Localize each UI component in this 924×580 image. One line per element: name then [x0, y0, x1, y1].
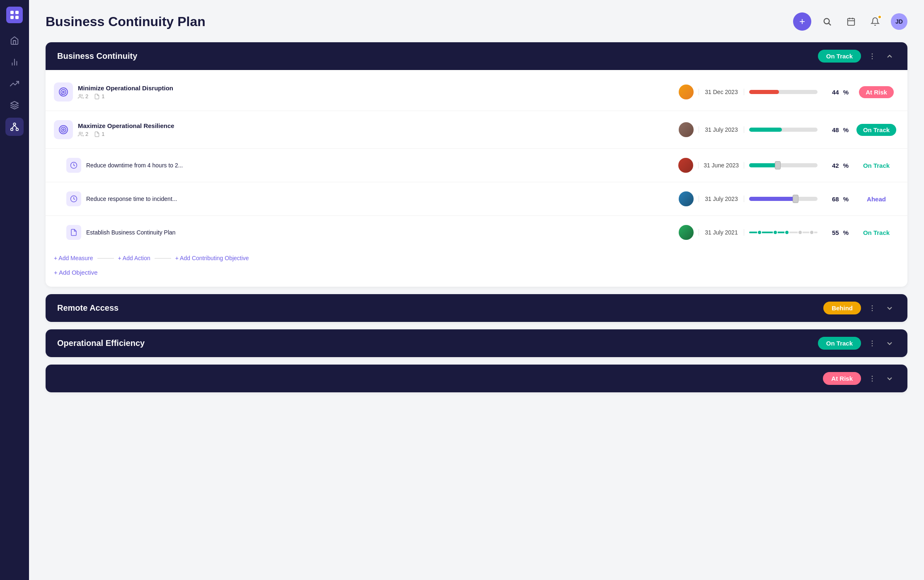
page-title: Business Continuity Plan	[46, 14, 206, 29]
svg-line-14	[829, 23, 831, 25]
section-more-button[interactable]	[866, 50, 878, 63]
search-button[interactable]	[819, 13, 835, 30]
objective-row-2: Maximize Operational Resilience 2 1	[54, 116, 899, 143]
add-button[interactable]: +	[793, 12, 811, 31]
section-collapse-button[interactable]	[883, 50, 896, 63]
progress-pct-2: 48	[822, 126, 839, 133]
section-more-button-partial[interactable]	[866, 372, 878, 385]
objective-avatar-2	[679, 122, 694, 137]
objective-date-2: 31 July 2023	[699, 126, 744, 133]
kr-row-3: Establish Business Continuity Plan 31 Ju…	[54, 221, 899, 244]
svg-point-38	[872, 375, 873, 377]
kr-pct-1: 42	[822, 162, 839, 169]
section-status-badge-remote[interactable]: Behind	[823, 302, 861, 314]
kr-status-3: On Track	[854, 229, 899, 236]
notification-button[interactable]	[867, 13, 883, 30]
add-sep-2	[155, 258, 171, 259]
section-more-button-operational[interactable]	[866, 337, 878, 350]
kr-status-text-1: On Track	[863, 162, 890, 169]
user-avatar[interactable]: JD	[891, 13, 907, 30]
add-measure-link[interactable]: + Add Measure	[54, 255, 93, 261]
section-header-business-continuity: Business Continuity On Track	[46, 42, 907, 70]
section-collapse-button-operational[interactable]	[883, 337, 896, 350]
svg-marker-7	[11, 102, 18, 105]
svg-point-28	[63, 129, 64, 130]
kr-name-3: Establish Business Continuity Plan	[86, 229, 674, 236]
svg-point-27	[61, 127, 66, 132]
svg-point-25	[79, 94, 81, 96]
objective-name-2: Maximize Operational Resilience	[78, 122, 674, 129]
progress-bar-bg-2	[749, 128, 818, 132]
objective-icon-2	[54, 120, 73, 139]
add-action-link[interactable]: + Add Action	[118, 255, 150, 261]
objective-meta-2: 2 1	[78, 131, 674, 137]
obj-action-count-2: 1	[94, 131, 104, 137]
kr-name-2: Reduce response time to incident...	[86, 196, 674, 202]
section-partial: At Risk	[46, 365, 907, 392]
svg-point-36	[872, 343, 873, 344]
svg-line-12	[15, 125, 17, 128]
objective-status-2: On Track	[854, 126, 899, 133]
section-status-badge[interactable]: On Track	[818, 50, 861, 63]
svg-point-40	[872, 380, 873, 382]
svg-point-37	[872, 345, 873, 346]
kr-row-2: Reduce response time to incident... 31 J…	[54, 187, 899, 210]
add-links: + Add Measure + Add Action + Add Contrib…	[46, 249, 907, 265]
add-contributing-link[interactable]: + Add Contributing Objective	[175, 255, 249, 261]
svg-point-34	[872, 310, 873, 311]
kr-date-3: 31 July 2021	[699, 229, 744, 236]
kr-avatar-2	[679, 191, 694, 206]
obj-action-count: 1	[94, 93, 104, 99]
kr-progress-1: 42%	[749, 162, 849, 169]
section-collapse-button-partial[interactable]	[883, 372, 896, 385]
section-body: Minimize Operational Disruption 2 1	[46, 70, 907, 287]
kr-avatar-3	[679, 225, 694, 240]
calendar-button[interactable]	[843, 13, 859, 30]
section-title: Business Continuity	[57, 51, 137, 61]
section-header-remote-access: Remote Access Behind	[46, 294, 907, 322]
header-actions: + JD	[793, 12, 907, 31]
kr-status-2: Ahead	[854, 196, 899, 203]
kr-info-2: Reduce response time to incident...	[86, 196, 674, 202]
kr-pct-2: 68	[822, 196, 839, 203]
svg-rect-2	[10, 16, 14, 19]
section-header-actions-operational: On Track	[818, 337, 896, 350]
sidebar-item-network[interactable]	[5, 118, 24, 136]
svg-rect-3	[15, 16, 19, 19]
section-header-partial: At Risk	[46, 365, 907, 392]
section-header-actions-partial: At Risk	[823, 372, 896, 385]
svg-point-29	[79, 132, 81, 134]
sidebar-item-home[interactable]	[5, 31, 24, 50]
kr-name-1: Reduce downtime from 4 hours to 2...	[86, 162, 673, 169]
section-business-continuity: Business Continuity On Track	[46, 42, 907, 287]
kr-status-text-3: On Track	[863, 229, 890, 236]
section-operational-efficiency: Operational Efficiency On Track	[46, 329, 907, 357]
sidebar-logo[interactable]	[6, 7, 23, 23]
obj-sub-count-2: 2	[78, 131, 88, 137]
kr-group-1: Reduce downtime from 4 hours to 2... 31 …	[46, 149, 907, 182]
notification-dot	[878, 15, 882, 19]
section-collapse-button-remote[interactable]	[883, 302, 896, 314]
kr-info-3: Establish Business Continuity Plan	[86, 229, 674, 236]
svg-rect-15	[848, 19, 855, 25]
svg-point-33	[872, 307, 873, 309]
objective-name-1: Minimize Operational Disruption	[78, 85, 674, 92]
svg-point-19	[872, 53, 873, 54]
kr-group-3: Establish Business Continuity Plan 31 Ju…	[46, 216, 907, 249]
add-objective-link[interactable]: + Add Objective	[46, 265, 907, 283]
svg-point-13	[824, 19, 830, 24]
section-status-badge-partial[interactable]: At Risk	[823, 372, 861, 385]
sidebar-item-layers[interactable]	[5, 96, 24, 114]
kr-icon-1	[66, 158, 81, 173]
sidebar-item-trend[interactable]	[5, 75, 24, 93]
kr-icon-2	[66, 191, 81, 206]
section-status-badge-operational[interactable]: On Track	[818, 337, 861, 350]
objective-status-1: At Risk	[854, 89, 899, 96]
add-sep-1	[97, 258, 114, 259]
section-more-button-remote[interactable]	[866, 302, 878, 314]
section-header-actions: On Track	[818, 50, 896, 63]
kr-row-1: Reduce downtime from 4 hours to 2... 31 …	[54, 154, 899, 177]
objective-row-1: Minimize Operational Disruption 2 1	[54, 78, 899, 106]
sidebar-item-chart[interactable]	[5, 53, 24, 71]
kr-progress-3: 55%	[749, 229, 849, 236]
